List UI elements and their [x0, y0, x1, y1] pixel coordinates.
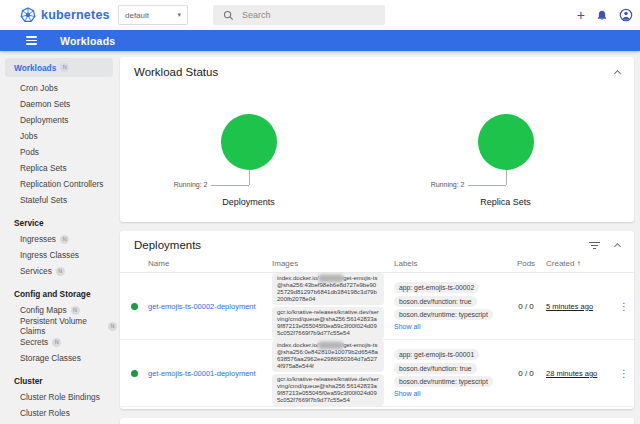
images-cell: index.docker.io/███████/get-emojis-ts@sh…: [272, 273, 394, 339]
labels-cell: app: get-emojis-ts-00002 boson.dev/funct…: [394, 282, 506, 330]
sidebar-item-deployments[interactable]: Deployments: [0, 112, 117, 128]
pie-slice-running: [478, 114, 534, 170]
pie-callout-label: Running: 2: [431, 181, 465, 188]
pods-count: 0 / 0: [506, 369, 546, 378]
sidebar-item-persistent-volume-claims[interactable]: Persistent Volume Claims N: [0, 318, 117, 334]
app-bar: Workloads: [0, 30, 640, 51]
sidebar-item-label: Jobs: [20, 131, 38, 141]
collapse-card-icon[interactable]: [614, 243, 621, 250]
top-bar: kubernetes default ▾ +: [0, 0, 640, 30]
image-chip: index.docker.io/███████/get-emojis-ts@sh…: [272, 273, 384, 305]
collapse-card-icon[interactable]: [614, 70, 621, 77]
sidebar-item-label: Storage Classes: [20, 353, 81, 363]
sidebar-item-ingresses[interactable]: Ingresses N: [0, 231, 117, 247]
redacted-text: ███████: [319, 275, 342, 281]
hamburger-menu-icon[interactable]: [26, 36, 37, 45]
row-menu-kebab-icon[interactable]: ⋮: [614, 368, 634, 379]
row-menu-kebab-icon[interactable]: ⋮: [614, 301, 634, 312]
sidebar-item-workloads[interactable]: Workloads N: [5, 58, 113, 77]
deployment-name-link[interactable]: get-emojis-ts-00002-deployment: [148, 302, 272, 311]
column-header-images[interactable]: Images: [272, 259, 394, 268]
sidebar-item-cluster-roles[interactable]: Cluster Roles: [0, 405, 117, 421]
sidebar-item-replication-controllers[interactable]: Replication Controllers: [0, 176, 117, 192]
sidebar: Workloads N Cron Jobs Daemon Sets Deploy…: [0, 51, 117, 424]
sidebar-section-service[interactable]: Service: [0, 215, 117, 231]
show-all-link[interactable]: Show all: [394, 390, 420, 397]
namespaced-badge: N: [56, 267, 65, 276]
column-header-labels[interactable]: Labels: [394, 259, 506, 268]
created-timestamp-link[interactable]: 28 minutes ago: [546, 369, 614, 378]
image-text: index.docker.io/: [277, 275, 319, 281]
status-running-icon: [131, 303, 138, 310]
user-account-icon[interactable]: [619, 8, 633, 22]
sidebar-item-label: Replication Controllers: [20, 179, 103, 189]
sidebar-item-label: Cluster Role Bindings: [20, 392, 100, 402]
sidebar-item-secrets[interactable]: Secrets N: [0, 334, 117, 350]
search-box[interactable]: [213, 5, 385, 25]
column-header-created[interactable]: Created ↑: [546, 259, 614, 268]
namespace-value: default: [125, 11, 149, 20]
sidebar-item-ingress-classes[interactable]: Ingress Classes: [0, 247, 117, 263]
sidebar-item-label: Pods: [20, 147, 39, 157]
sidebar-item-label: Config Maps: [20, 305, 67, 315]
card-title: Workload Status: [134, 66, 218, 78]
created-timestamp-link[interactable]: 5 minutes ago: [546, 302, 614, 311]
label-chip: boson.dev/function: true: [394, 363, 477, 374]
sidebar-item-daemon-sets[interactable]: Daemon Sets: [0, 96, 117, 112]
sidebar-item-label: Workloads: [14, 63, 56, 73]
page-title: Workloads: [60, 35, 115, 47]
sidebar-item-cron-jobs[interactable]: Cron Jobs: [0, 80, 117, 96]
namespaced-badge: N: [60, 235, 69, 244]
status-running-icon: [131, 370, 138, 377]
sidebar-item-label: Ingress Classes: [20, 250, 79, 260]
sort-ascending-icon: ↑: [577, 259, 581, 268]
namespace-selector[interactable]: default ▾: [118, 5, 188, 25]
sidebar-item-cluster-role-bindings[interactable]: Cluster Role Bindings: [0, 389, 117, 405]
chart-title: Replica Sets: [377, 197, 634, 207]
pie-callout-label: Running: 2: [174, 181, 208, 188]
label-chip: app: get-emojis-ts-00001: [394, 349, 479, 360]
sidebar-section-config-and-storage[interactable]: Config and Storage: [0, 286, 117, 302]
sidebar-item-jobs[interactable]: Jobs: [0, 128, 117, 144]
deployments-card: Deployments Name Images Labels Pods Crea…: [120, 231, 634, 409]
sidebar-item-stateful-sets[interactable]: Stateful Sets: [0, 192, 117, 208]
search-input[interactable]: [242, 10, 362, 20]
pie-slice-running: [221, 114, 277, 170]
label-chip: app: get-emojis-ts-00002: [394, 282, 479, 293]
sidebar-item-replica-sets[interactable]: Replica Sets: [0, 160, 117, 176]
callout-line: [249, 170, 250, 185]
sidebar-item-label: Secrets: [20, 337, 48, 347]
kubernetes-logo[interactable]: kubernetes: [20, 0, 110, 30]
filter-icon[interactable]: [589, 242, 600, 250]
callout-line: [506, 170, 507, 185]
notifications-bell-icon[interactable]: [596, 9, 608, 22]
sidebar-item-storage-classes[interactable]: Storage Classes: [0, 350, 117, 366]
sidebar-item-label: Services: [20, 266, 52, 276]
column-header-name[interactable]: Name: [148, 259, 272, 268]
callout-line: [211, 185, 249, 186]
chart-title: Deployments: [120, 197, 377, 207]
logo-text: kubernetes: [41, 8, 110, 22]
main-content: Workload Status Running: 2 Deployments R…: [117, 51, 640, 424]
sidebar-item-pods[interactable]: Pods: [0, 144, 117, 160]
pods-count: 0 / 0: [506, 302, 546, 311]
workload-status-header: Workload Status: [120, 57, 634, 84]
table-row: get-emojis-ts-00002-deployment index.doc…: [120, 273, 634, 340]
sidebar-item-services[interactable]: Services N: [0, 263, 117, 279]
sidebar-section-label: Service: [14, 218, 44, 228]
card-title: Deployments: [134, 239, 201, 251]
show-all-link[interactable]: Show all: [394, 323, 420, 330]
create-resource-button[interactable]: +: [577, 8, 585, 22]
label-chip: boson.dev/runtime: typescript: [394, 309, 493, 320]
sidebar-section-label: Cluster: [14, 376, 43, 386]
sidebar-section-label: Config and Storage: [14, 289, 91, 299]
namespaced-badge: N: [60, 63, 69, 72]
kubernetes-wheel-icon: [20, 7, 36, 23]
image-chip: gcr.io/knative-releases/knative.dev/serv…: [272, 307, 384, 339]
deployment-name-link[interactable]: get-emojis-ts-00001-deployment: [148, 369, 272, 378]
sidebar-item-label: Cron Jobs: [20, 83, 58, 93]
column-header-pods[interactable]: Pods: [506, 259, 546, 268]
table-row: get-emojis-ts-00001-deployment index.doc…: [120, 340, 634, 407]
sidebar-section-cluster[interactable]: Cluster: [0, 373, 117, 389]
table-header-row: Name Images Labels Pods Created ↑: [120, 255, 634, 273]
